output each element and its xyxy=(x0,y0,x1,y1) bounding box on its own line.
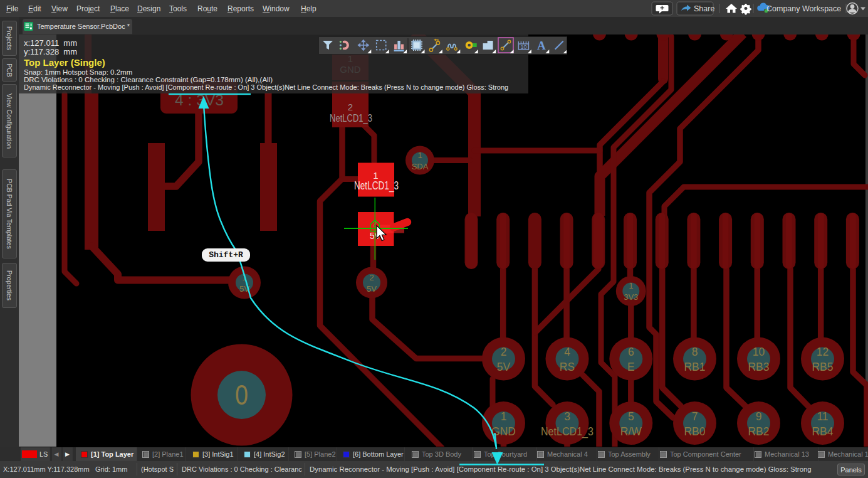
svg-text:9: 9 xyxy=(756,410,762,423)
svg-text:E: E xyxy=(627,361,635,373)
svg-text:3: 3 xyxy=(564,410,570,423)
svg-text:1: 1 xyxy=(501,410,507,423)
svg-text:7: 7 xyxy=(692,410,698,423)
svg-text:0: 0 xyxy=(235,379,248,411)
svg-text:RB3: RB3 xyxy=(748,361,769,373)
svg-text:NetLCD1_3: NetLCD1_3 xyxy=(354,179,399,193)
svg-text:10: 10 xyxy=(753,346,765,358)
svg-text:5: 5 xyxy=(628,410,634,423)
svg-text:11: 11 xyxy=(817,410,828,423)
svg-text:A: A xyxy=(537,39,546,52)
svg-text:3V3: 3V3 xyxy=(624,292,638,302)
svg-text:R/W: R/W xyxy=(620,425,642,438)
svg-text:RB0: RB0 xyxy=(684,425,705,438)
svg-text:1: 1 xyxy=(417,151,422,160)
svg-text:1: 1 xyxy=(629,281,633,290)
svg-text:5V: 5V xyxy=(497,361,511,373)
svg-text:Share: Share xyxy=(694,4,714,13)
svg-text:NetLCD1_3: NetLCD1_3 xyxy=(330,112,372,124)
svg-text:12: 12 xyxy=(817,346,829,358)
svg-text:RB2: RB2 xyxy=(748,425,769,438)
svg-text:5V: 5V xyxy=(367,284,377,294)
svg-text:RS: RS xyxy=(560,361,575,373)
svg-text:2: 2 xyxy=(501,346,507,358)
svg-text:RB1: RB1 xyxy=(684,361,705,373)
svg-text:2: 2 xyxy=(348,102,353,112)
svg-text:Company Workspace: Company Workspace xyxy=(766,4,841,13)
svg-text:10: 10 xyxy=(520,44,526,50)
svg-text:2: 2 xyxy=(369,273,374,282)
svg-text:8: 8 xyxy=(692,346,698,358)
svg-text:SDA: SDA xyxy=(412,162,429,171)
svg-text:RB4: RB4 xyxy=(812,425,833,438)
svg-text:6: 6 xyxy=(628,346,634,358)
svg-text:RB5: RB5 xyxy=(812,361,833,373)
svg-text:4: 4 xyxy=(564,346,570,358)
